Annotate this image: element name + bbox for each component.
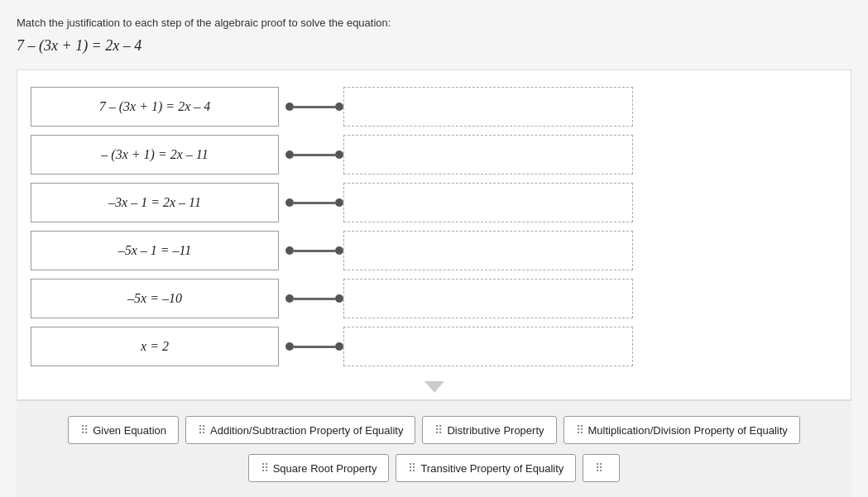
step-row-1: 7 – (3x + 1) = 2x – 4	[31, 87, 343, 127]
line-h-4	[294, 250, 335, 252]
target-box-3[interactable]	[343, 183, 633, 222]
dot-right-1	[335, 103, 343, 111]
targets-column	[343, 87, 633, 375]
instruction-text: Match the justification to each step of …	[17, 17, 851, 29]
line-h-1	[294, 106, 335, 108]
target-box-6[interactable]	[343, 327, 633, 366]
dot-left-5	[285, 294, 294, 303]
connector-6	[279, 342, 343, 351]
step-equation-6: x = 2	[141, 339, 169, 354]
line-h-2	[294, 154, 335, 156]
dot-left-1	[285, 103, 294, 111]
connector-line-5	[279, 294, 343, 303]
step-box-2: – (3x + 1) = 2x – 11	[31, 135, 279, 174]
line-h-5	[294, 298, 335, 300]
step-row-5: –5x = –10	[31, 279, 343, 318]
step-box-1: 7 – (3x + 1) = 2x – 4	[31, 87, 279, 127]
dot-right-6	[335, 342, 343, 351]
connector-4	[279, 246, 343, 255]
step-row-3: –3x – 1 = 2x – 11	[31, 183, 343, 222]
connector-1	[279, 103, 343, 111]
drag-handle-icon-4: ⠿	[576, 423, 583, 437]
chip-distributive[interactable]: ⠿ Distributive Property	[422, 416, 556, 444]
chip-transitive[interactable]: ⠿ Transitive Property of Equality	[396, 454, 576, 482]
drag-handle-icon-5: ⠿	[261, 461, 268, 475]
dot-right-2	[335, 151, 343, 159]
chip-label-5: Square Root Property	[273, 462, 377, 475]
chip-square-root[interactable]: ⠿ Square Root Property	[248, 454, 390, 482]
step-box-4: –5x – 1 = –11	[31, 231, 279, 270]
chip-empty[interactable]: ⠿	[583, 454, 620, 482]
chip-label-6: Transitive Property of Equality	[420, 462, 563, 475]
down-arrow-icon	[424, 381, 444, 393]
steps-column: 7 – (3x + 1) = 2x – 4 – (3x + 1) = 2x – …	[31, 87, 343, 375]
drag-handle-icon-2: ⠿	[198, 423, 205, 437]
chip-given-equation[interactable]: ⠿ Given Equation	[68, 416, 179, 444]
connector-2	[279, 151, 343, 159]
step-equation-4: –5x – 1 = –11	[118, 243, 192, 258]
step-box-6: x = 2	[31, 327, 279, 366]
proof-area: 7 – (3x + 1) = 2x – 4 – (3x + 1) = 2x – …	[17, 69, 851, 400]
dot-right-5	[335, 294, 343, 303]
step-row-2: – (3x + 1) = 2x – 11	[31, 135, 343, 174]
dot-right-4	[335, 246, 343, 255]
dot-right-3	[335, 198, 343, 207]
matching-container: 7 – (3x + 1) = 2x – 4 – (3x + 1) = 2x – …	[31, 87, 837, 375]
connector-3	[279, 198, 343, 207]
connector-line-2	[279, 151, 343, 159]
chip-multiplication-division[interactable]: ⠿ Multiplication/Division Property of Eq…	[563, 416, 800, 444]
drag-handle-icon-6: ⠿	[408, 461, 415, 475]
chip-label-1: Given Equation	[93, 424, 166, 437]
connector-line-1	[279, 103, 343, 111]
drag-handle-icon-3: ⠿	[434, 423, 442, 437]
dot-left-6	[285, 342, 294, 351]
step-equation-5: –5x = –10	[127, 291, 182, 306]
down-arrow-area	[31, 375, 837, 399]
main-equation: 7 – (3x + 1) = 2x – 4	[17, 37, 851, 55]
dot-left-3	[285, 198, 294, 207]
chip-addition-subtraction[interactable]: ⠿ Addition/Subtraction Property of Equal…	[185, 416, 415, 444]
target-box-4[interactable]	[343, 231, 633, 270]
dot-left-2	[285, 151, 294, 159]
drag-tray: ⠿ Given Equation ⠿ Addition/Subtraction …	[17, 400, 851, 497]
step-equation-2: – (3x + 1) = 2x – 11	[101, 147, 208, 162]
target-box-1[interactable]	[343, 87, 633, 127]
step-box-5: –5x = –10	[31, 279, 279, 318]
drag-handle-icon-1: ⠿	[80, 423, 88, 437]
dot-left-4	[285, 246, 294, 255]
target-box-5[interactable]	[343, 279, 633, 318]
step-row-4: –5x – 1 = –11	[31, 231, 343, 270]
target-box-2[interactable]	[343, 135, 633, 174]
connector-line-3	[279, 198, 343, 207]
chip-label-3: Distributive Property	[447, 424, 544, 437]
step-box-3: –3x – 1 = 2x – 11	[31, 183, 279, 222]
drag-handle-icon-7: ⠿	[595, 461, 602, 475]
connector-5	[279, 294, 343, 303]
step-row-6: x = 2	[31, 327, 343, 366]
chip-label-2: Addition/Subtraction Property of Equalit…	[210, 424, 403, 437]
connector-line-6	[279, 342, 343, 351]
line-h-6	[294, 346, 335, 348]
line-h-3	[294, 202, 335, 204]
connector-line-4	[279, 246, 343, 255]
step-equation-3: –3x – 1 = 2x – 11	[108, 195, 201, 210]
chip-label-4: Multiplication/Division Property of Equa…	[588, 424, 788, 437]
step-equation-1: 7 – (3x + 1) = 2x – 4	[99, 99, 210, 114]
